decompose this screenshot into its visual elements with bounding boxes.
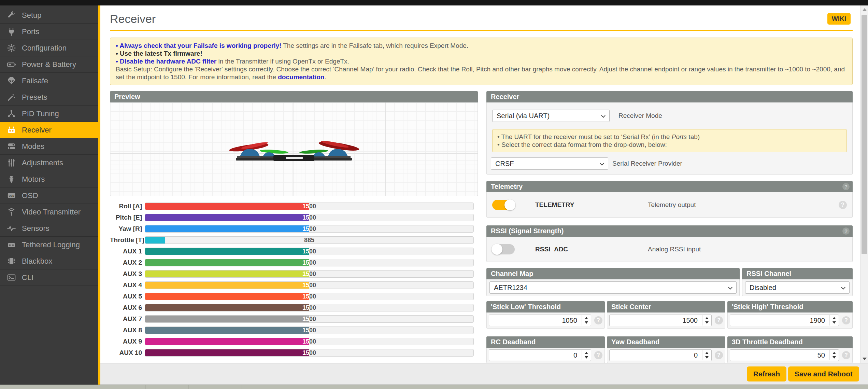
failsafe-warning-rest: The settings are in the Failsafe tab, wh… [281, 42, 468, 49]
rc-deadband-input[interactable]: 0 [489, 349, 591, 361]
channel-label: AUX 4 [110, 281, 145, 289]
help-icon[interactable]: ? [839, 201, 847, 209]
sidebar-item-label: Modes [22, 142, 44, 151]
receiver-mode-select[interactable]: Serial (via UART) [492, 110, 610, 122]
sidebar-item-configuration[interactable]: Configuration [0, 40, 98, 56]
model-preview-canvas[interactable] [110, 102, 478, 196]
help-icon[interactable]: ? [715, 316, 723, 324]
channel-row-roll-a: Roll [A]15001500 [110, 203, 474, 210]
sidebar-nav: SetupPortsConfigurationPower & BatteryFa… [0, 5, 98, 385]
channel-map-select[interactable]: AETR1234 [489, 281, 737, 294]
help-icon[interactable]: ? [842, 351, 850, 359]
stepper-arrows[interactable] [829, 315, 838, 325]
sidebar-item-modes[interactable]: Modes [0, 138, 98, 155]
help-icon[interactable]: ? [594, 351, 602, 359]
rssi-panel: RSSI (Signal Strength) ? RSSI_ADC Analog… [486, 225, 853, 262]
channel-label: AUX 9 [110, 338, 145, 345]
sidebar-item-label: Configuration [22, 44, 67, 53]
help-icon[interactable]: ? [594, 316, 602, 324]
scroll-up-button[interactable] [860, 6, 868, 13]
channel-bar-fill: 1500 [145, 293, 309, 300]
sidebar-item-ports[interactable]: Ports [0, 24, 98, 40]
channel-bar-fill: 1500 [145, 214, 309, 221]
stepper-arrows[interactable] [702, 315, 711, 325]
stick-center-input[interactable]: 1500 [609, 315, 712, 326]
channel-row-aux-6: AUX 615001500 [110, 304, 474, 311]
sidebar-item-failsafe[interactable]: Failsafe [0, 73, 98, 89]
help-icon[interactable]: ? [842, 227, 850, 235]
sidebar-item-adjustments[interactable]: Adjustments [0, 155, 98, 171]
top-black-bar [0, 0, 868, 5]
sidebar-item-pid-tuning[interactable]: PID Tuning [0, 106, 98, 122]
main-content: Receiver WIKI • Always check that your F… [100, 5, 860, 363]
channel-row-aux-3: AUX 315001500 [110, 270, 474, 278]
stepper-arrows[interactable] [582, 315, 590, 325]
wiki-button[interactable]: WIKI [827, 13, 851, 25]
sidebar-item-blackbox[interactable]: Blackbox [0, 253, 98, 269]
rssi-switch-desc: Analog RSSI input [648, 246, 847, 253]
sidebar-item-label: Sensors [22, 224, 49, 233]
telemetry-panel-header: Telemetry ? [486, 181, 853, 192]
sidebar-item-osd[interactable]: OSDOSD [0, 187, 98, 204]
rssi-adc-toggle[interactable] [492, 244, 515, 254]
yaw-deadband-input[interactable]: 0 [609, 349, 712, 361]
receiver-mode-label: Receiver Mode [618, 112, 662, 120]
sidebar-item-motors[interactable]: Motors [0, 171, 98, 187]
telemetry-toggle[interactable] [492, 200, 515, 210]
title-underline [110, 30, 853, 31]
sidebar-item-power-battery[interactable]: Power & Battery [0, 56, 98, 73]
sidebar-item-label: CLI [22, 273, 33, 282]
sidebar-item-label: Motors [22, 175, 45, 184]
wrench-icon [7, 11, 16, 20]
channel-map-panel: Channel Map AETR1234 [486, 268, 740, 296]
help-icon[interactable]: ? [842, 183, 850, 190]
sidebar-item-sensors[interactable]: Sensors [0, 220, 98, 237]
channel-bar-track: 15001500 [145, 327, 474, 334]
channel-row-yaw-r: Yaw [R]15001500 [110, 225, 474, 233]
refresh-button[interactable]: Refresh [747, 366, 786, 381]
preview-panel-header: Preview [110, 91, 478, 102]
sidebar-item-video-transmitter[interactable]: Video Transmitter [0, 204, 98, 220]
sidebar-item-label: Video Transmitter [22, 208, 81, 217]
sidebar-item-receiver[interactable]: Receiver [0, 122, 98, 138]
sidebar-item-setup[interactable]: Setup [0, 7, 98, 24]
help-icon[interactable]: ? [842, 316, 850, 324]
stick-low-threshold-input[interactable]: 1050 [489, 315, 591, 326]
quadcopter-model [222, 135, 366, 167]
sidebar-item-presets[interactable]: Presets [0, 89, 98, 106]
failsafe-warning-link[interactable]: • Always check that your Failsafe is wor… [116, 42, 281, 49]
scroll-down-button[interactable] [860, 356, 868, 362]
save-and-reboot-button[interactable]: Save and Reboot [788, 366, 859, 381]
channel-label: AUX 2 [110, 259, 145, 266]
preview-panel: Preview [110, 91, 478, 196]
channel-bar-track: 15001500 [145, 315, 474, 323]
stepper-arrows[interactable] [829, 350, 838, 360]
svg-text:OSD: OSD [9, 194, 14, 197]
stepper-arrows[interactable] [582, 350, 590, 360]
chevron-down-icon [600, 161, 604, 166]
channel-row-aux-5: AUX 515001500 [110, 293, 474, 300]
throttle-3d-deadband-header: 3D Throttle Deadband [727, 336, 853, 348]
documentation-link[interactable]: documentation [278, 73, 324, 81]
channel-bar-track: 15001500 [145, 338, 474, 345]
vertical-scrollbar[interactable] [860, 5, 868, 363]
scrollbar-thumb[interactable] [862, 15, 867, 254]
rssi-switch-name: RSSI_ADC [535, 246, 648, 253]
channel-label: AUX 10 [110, 349, 145, 357]
sidebar-item-cli[interactable]: CLI [0, 269, 98, 286]
channel-bar-track: 15001500 [145, 203, 474, 210]
rssi-channel-select[interactable]: Disabled [745, 281, 850, 294]
throttle-3d-deadband-input[interactable]: 50 [730, 349, 839, 361]
help-icon[interactable]: ? [715, 351, 723, 359]
channel-bar-fill: 1500 [145, 282, 309, 289]
stick-high-threshold-input[interactable]: 1900 [730, 315, 839, 326]
sidebar-item-tethered-logging[interactable]: Tethered Logging [0, 237, 98, 253]
chevron-down-icon [841, 285, 845, 290]
serial-provider-select[interactable]: CRSF [491, 157, 608, 170]
stick-high-header: 'Stick High' Threshold [727, 301, 853, 312]
rssi-channel-header: RSSI Channel [742, 268, 853, 279]
stepper-arrows[interactable] [702, 350, 711, 360]
channel-bar-fill: 1500 [145, 316, 309, 322]
adc-filter-link[interactable]: • Disable the hardware ADC filter [116, 58, 216, 65]
battery-icon [7, 60, 16, 69]
